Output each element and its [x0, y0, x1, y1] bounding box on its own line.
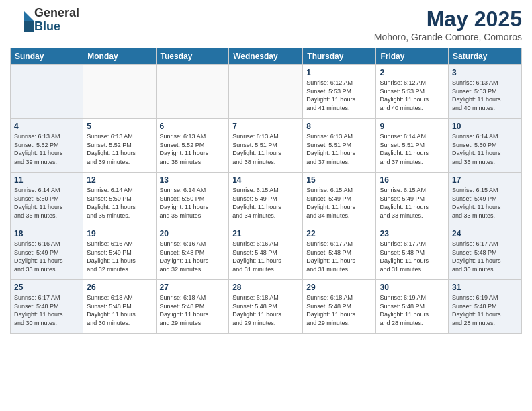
calendar-cell: 18Sunrise: 6:16 AM Sunset: 5:49 PM Dayli… [11, 226, 83, 280]
calendar-cell: 3Sunrise: 6:13 AM Sunset: 5:53 PM Daylig… [449, 65, 522, 119]
day-info: Sunrise: 6:16 AM Sunset: 5:48 PM Dayligh… [232, 240, 299, 273]
calendar-cell: 5Sunrise: 6:13 AM Sunset: 5:52 PM Daylig… [83, 119, 156, 173]
header-thursday: Thursday [303, 48, 376, 65]
day-number: 23 [380, 229, 445, 238]
day-info: Sunrise: 6:18 AM Sunset: 5:48 PM Dayligh… [232, 293, 299, 327]
day-info: Sunrise: 6:12 AM Sunset: 5:53 PM Dayligh… [306, 79, 372, 112]
day-number: 7 [232, 122, 299, 131]
page-container: General Blue May 2025 Mohoro, Grande Com… [0, 0, 532, 411]
calendar-cell: 27Sunrise: 6:18 AM Sunset: 5:48 PM Dayli… [156, 280, 229, 334]
day-info: Sunrise: 6:14 AM Sunset: 5:50 PM Dayligh… [87, 186, 152, 220]
day-number: 10 [452, 122, 518, 131]
day-number: 8 [306, 122, 372, 131]
day-number: 30 [380, 283, 445, 292]
calendar-cell: 21Sunrise: 6:16 AM Sunset: 5:48 PM Dayli… [229, 226, 303, 280]
calendar-cell: 24Sunrise: 6:17 AM Sunset: 5:48 PM Dayli… [449, 226, 522, 280]
day-number: 13 [160, 175, 226, 185]
header: General Blue May 2025 Mohoro, Grande Com… [10, 7, 522, 42]
header-monday: Monday [83, 48, 156, 65]
calendar-cell: 12Sunrise: 6:14 AM Sunset: 5:50 PM Dayli… [83, 173, 156, 226]
logo-blue-text: Blue [34, 20, 79, 34]
calendar-cell: 1Sunrise: 6:12 AM Sunset: 5:53 PM Daylig… [303, 65, 376, 119]
calendar-table: Sunday Monday Tuesday Wednesday Thursday… [10, 48, 522, 334]
logo: General Blue [10, 7, 79, 34]
day-number: 2 [380, 68, 445, 77]
calendar-week-3: 11Sunrise: 6:14 AM Sunset: 5:50 PM Dayli… [11, 173, 522, 226]
day-number: 29 [306, 283, 372, 292]
header-wednesday: Wednesday [229, 48, 303, 65]
day-info: Sunrise: 6:13 AM Sunset: 5:51 PM Dayligh… [232, 132, 299, 166]
calendar-cell: 13Sunrise: 6:14 AM Sunset: 5:50 PM Dayli… [156, 173, 229, 226]
calendar-cell: 30Sunrise: 6:19 AM Sunset: 5:48 PM Dayli… [376, 280, 449, 334]
calendar-cell: 15Sunrise: 6:15 AM Sunset: 5:49 PM Dayli… [303, 173, 376, 226]
location-subtitle: Mohoro, Grande Comore, Comoros [374, 32, 522, 42]
day-info: Sunrise: 6:17 AM Sunset: 5:48 PM Dayligh… [306, 240, 372, 273]
calendar-cell: 9Sunrise: 6:14 AM Sunset: 5:51 PM Daylig… [376, 119, 449, 173]
day-number: 24 [452, 229, 518, 238]
day-info: Sunrise: 6:13 AM Sunset: 5:52 PM Dayligh… [160, 132, 226, 166]
day-info: Sunrise: 6:16 AM Sunset: 5:49 PM Dayligh… [14, 240, 79, 273]
day-info: Sunrise: 6:19 AM Sunset: 5:48 PM Dayligh… [380, 293, 445, 327]
calendar-cell: 26Sunrise: 6:18 AM Sunset: 5:48 PM Dayli… [83, 280, 156, 334]
day-info: Sunrise: 6:14 AM Sunset: 5:50 PM Dayligh… [452, 132, 518, 166]
day-number: 5 [87, 122, 152, 131]
calendar-week-4: 18Sunrise: 6:16 AM Sunset: 5:49 PM Dayli… [11, 226, 522, 280]
day-info: Sunrise: 6:12 AM Sunset: 5:53 PM Dayligh… [380, 79, 445, 112]
day-number: 4 [14, 122, 79, 131]
day-number: 22 [306, 229, 372, 238]
day-info: Sunrise: 6:13 AM Sunset: 5:52 PM Dayligh… [87, 132, 152, 166]
calendar-cell: 4Sunrise: 6:13 AM Sunset: 5:52 PM Daylig… [11, 119, 83, 173]
day-number: 11 [14, 175, 79, 185]
day-info: Sunrise: 6:16 AM Sunset: 5:49 PM Dayligh… [87, 240, 152, 273]
svg-marker-2 [24, 21, 34, 32]
day-info: Sunrise: 6:15 AM Sunset: 5:49 PM Dayligh… [306, 186, 372, 220]
day-number: 25 [14, 283, 79, 292]
calendar-cell: 29Sunrise: 6:18 AM Sunset: 5:48 PM Dayli… [303, 280, 376, 334]
day-info: Sunrise: 6:17 AM Sunset: 5:48 PM Dayligh… [452, 240, 518, 273]
calendar-cell [83, 65, 156, 119]
day-info: Sunrise: 6:14 AM Sunset: 5:51 PM Dayligh… [380, 132, 445, 166]
calendar-week-5: 25Sunrise: 6:17 AM Sunset: 5:48 PM Dayli… [11, 280, 522, 334]
day-info: Sunrise: 6:15 AM Sunset: 5:49 PM Dayligh… [452, 186, 518, 220]
calendar-cell: 8Sunrise: 6:13 AM Sunset: 5:51 PM Daylig… [303, 119, 376, 173]
title-section: May 2025 Mohoro, Grande Comore, Comoros [374, 7, 522, 42]
day-number: 18 [14, 229, 79, 238]
day-info: Sunrise: 6:18 AM Sunset: 5:48 PM Dayligh… [160, 293, 226, 327]
day-info: Sunrise: 6:14 AM Sunset: 5:50 PM Dayligh… [160, 186, 226, 220]
calendar-week-1: 1Sunrise: 6:12 AM Sunset: 5:53 PM Daylig… [11, 65, 522, 119]
day-number: 21 [232, 229, 299, 238]
header-tuesday: Tuesday [156, 48, 229, 65]
header-sunday: Sunday [11, 48, 83, 65]
day-number: 28 [232, 283, 299, 292]
day-number: 19 [87, 229, 152, 238]
calendar-cell [156, 65, 229, 119]
day-info: Sunrise: 6:18 AM Sunset: 5:48 PM Dayligh… [306, 293, 372, 327]
day-info: Sunrise: 6:19 AM Sunset: 5:48 PM Dayligh… [452, 293, 518, 327]
day-number: 27 [160, 283, 226, 292]
calendar-header-row: Sunday Monday Tuesday Wednesday Thursday… [11, 48, 522, 65]
day-info: Sunrise: 6:14 AM Sunset: 5:50 PM Dayligh… [14, 186, 79, 220]
day-info: Sunrise: 6:15 AM Sunset: 5:49 PM Dayligh… [232, 186, 299, 220]
day-number: 20 [160, 229, 226, 238]
day-number: 14 [232, 175, 299, 185]
header-saturday: Saturday [449, 48, 522, 65]
day-info: Sunrise: 6:13 AM Sunset: 5:52 PM Dayligh… [14, 132, 79, 166]
calendar-cell: 20Sunrise: 6:16 AM Sunset: 5:48 PM Dayli… [156, 226, 229, 280]
header-friday: Friday [376, 48, 449, 65]
calendar-cell: 7Sunrise: 6:13 AM Sunset: 5:51 PM Daylig… [229, 119, 303, 173]
day-number: 3 [452, 68, 518, 77]
logo-general-text: General [34, 7, 79, 20]
day-number: 16 [380, 175, 445, 185]
calendar-cell: 6Sunrise: 6:13 AM Sunset: 5:52 PM Daylig… [156, 119, 229, 173]
day-number: 6 [160, 122, 226, 131]
calendar-cell: 14Sunrise: 6:15 AM Sunset: 5:49 PM Dayli… [229, 173, 303, 226]
day-number: 9 [380, 122, 445, 131]
month-title: May 2025 [374, 7, 522, 32]
calendar-cell: 17Sunrise: 6:15 AM Sunset: 5:49 PM Dayli… [449, 173, 522, 226]
calendar-cell [11, 65, 83, 119]
calendar-cell: 31Sunrise: 6:19 AM Sunset: 5:48 PM Dayli… [449, 280, 522, 334]
day-info: Sunrise: 6:16 AM Sunset: 5:48 PM Dayligh… [160, 240, 226, 273]
calendar-cell: 23Sunrise: 6:17 AM Sunset: 5:48 PM Dayli… [376, 226, 449, 280]
day-info: Sunrise: 6:13 AM Sunset: 5:53 PM Dayligh… [452, 79, 518, 112]
day-info: Sunrise: 6:17 AM Sunset: 5:48 PM Dayligh… [380, 240, 445, 273]
